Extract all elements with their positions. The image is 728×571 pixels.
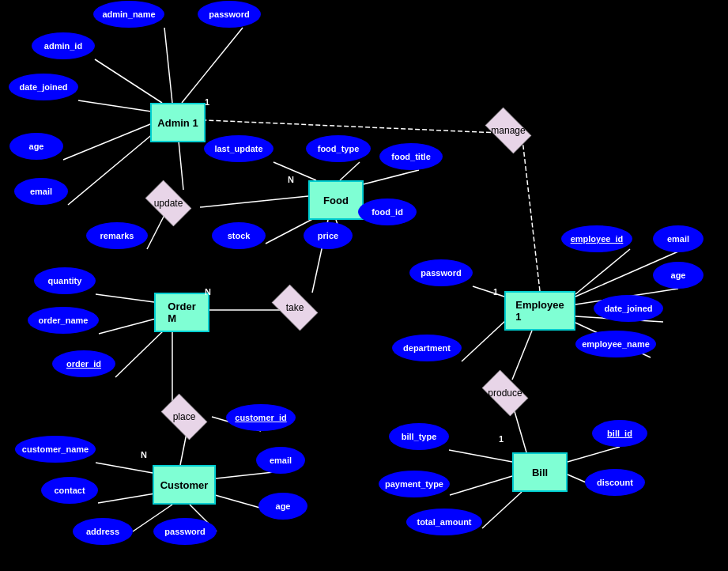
ellipse-food-type: food_type: [306, 135, 371, 162]
svg-line-9: [273, 162, 316, 180]
ellipse-stock: stock: [212, 222, 266, 249]
ellipse-admin-name: admin_name: [93, 1, 164, 28]
ellipse-food-id: food_id: [358, 199, 417, 225]
diamond-produce: produce: [470, 370, 541, 416]
ellipse-age-admin: age: [9, 133, 63, 160]
label-n-order: N: [205, 287, 211, 297]
diamond-update: update: [133, 180, 204, 226]
label-1-bill: 1: [499, 434, 504, 444]
ellipse-age-employee: age: [653, 262, 703, 289]
ellipse-email-customer: email: [256, 447, 305, 474]
ellipse-quantity: quantity: [34, 267, 96, 294]
ellipse-price: price: [304, 222, 353, 249]
ellipse-total-amount: total_amount: [406, 509, 482, 535]
ellipse-bill-type: bill_type: [389, 423, 449, 450]
ellipse-employee-id: employee_id: [561, 225, 632, 252]
ellipse-order-name: order_name: [28, 307, 99, 334]
svg-line-17: [115, 328, 166, 377]
svg-line-26: [462, 320, 506, 361]
ellipse-food-title: food_title: [379, 143, 443, 170]
svg-line-16: [99, 319, 156, 334]
diamond-place: place: [149, 394, 220, 440]
svg-line-43: [568, 447, 620, 462]
entity-order: OrderM: [154, 293, 209, 332]
entity-customer: Customer: [153, 465, 216, 505]
svg-line-2: [95, 59, 162, 103]
label-n-customer: N: [141, 450, 147, 459]
svg-line-33: [96, 463, 153, 473]
ellipse-date-joined-admin: date_joined: [9, 74, 78, 100]
entity-employee: Employee1: [504, 291, 575, 331]
diamond-take: take: [259, 285, 330, 331]
label-n-food: N: [288, 175, 294, 184]
ellipse-customer-id: customer_id: [226, 404, 296, 431]
ellipse-order-id: order_id: [52, 350, 115, 377]
svg-line-22: [473, 286, 504, 297]
ellipse-last-update: last_update: [204, 135, 273, 162]
svg-line-40: [449, 450, 512, 462]
ellipse-remarks: remarks: [86, 222, 148, 249]
ellipse-contact: contact: [41, 477, 98, 504]
label-1-admin: 1: [205, 97, 209, 107]
svg-line-15: [96, 294, 154, 302]
ellipse-age-customer: age: [258, 493, 307, 520]
svg-line-41: [450, 476, 512, 495]
svg-line-29: [522, 133, 540, 291]
ellipse-email-admin: email: [14, 178, 68, 205]
svg-line-20: [575, 249, 630, 294]
svg-line-3: [78, 100, 157, 112]
ellipse-department: department: [392, 335, 462, 361]
svg-line-0: [164, 28, 172, 103]
entity-admin: Admin 1: [150, 103, 206, 142]
label-1-employee: 1: [493, 287, 498, 297]
svg-line-10: [340, 162, 360, 180]
svg-line-42: [482, 492, 522, 528]
entity-bill: Bill: [512, 452, 568, 492]
svg-line-4: [63, 123, 154, 160]
svg-line-7: [200, 196, 308, 207]
svg-line-30: [206, 120, 498, 133]
ellipse-password-employee: password: [409, 259, 473, 286]
diamond-manage: manage: [473, 108, 544, 153]
ellipse-customer-name: customer_name: [15, 436, 96, 463]
entity-food: Food: [308, 180, 364, 220]
ellipse-admin-id: admin_id: [32, 32, 95, 59]
ellipse-email-employee: email: [653, 225, 703, 252]
ellipse-payment-type: payment_type: [379, 471, 450, 497]
ellipse-bill-id: bill_id: [592, 420, 647, 447]
svg-line-1: [182, 28, 243, 103]
ellipse-address: address: [73, 518, 133, 545]
ellipse-password-customer: password: [153, 518, 217, 545]
ellipse-employee-name: employee_name: [575, 331, 656, 357]
ellipse-date-joined-employee: date_joined: [594, 295, 663, 322]
ellipse-discount: discount: [585, 469, 645, 496]
ellipse-password-admin: password: [198, 1, 261, 28]
